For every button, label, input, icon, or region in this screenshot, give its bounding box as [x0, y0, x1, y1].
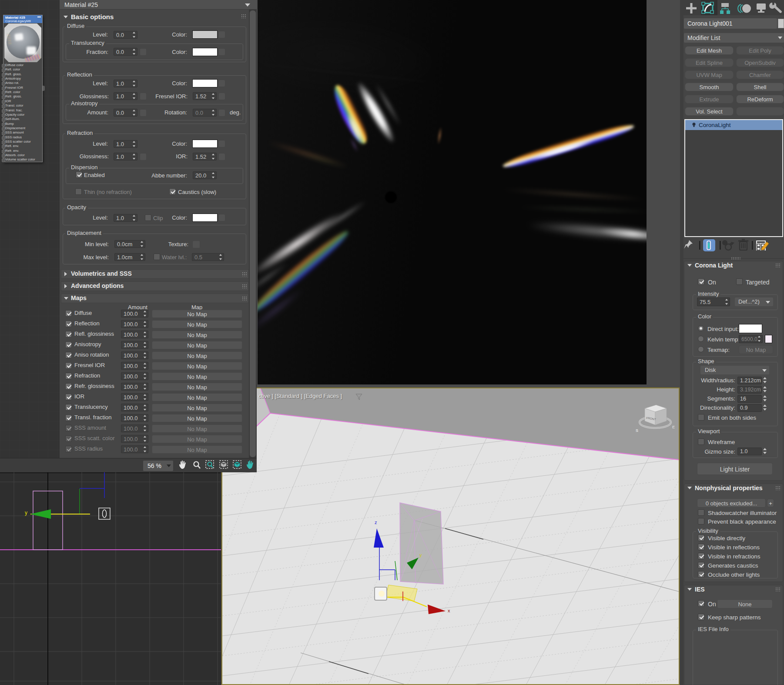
svg-text:z: z — [375, 520, 377, 525]
svg-text:E: E — [672, 425, 675, 429]
svg-text:S: S — [636, 428, 638, 433]
svg-text:x: x — [448, 608, 450, 613]
svg-text:y: y — [25, 510, 27, 516]
svg-text:y: y — [419, 552, 422, 558]
